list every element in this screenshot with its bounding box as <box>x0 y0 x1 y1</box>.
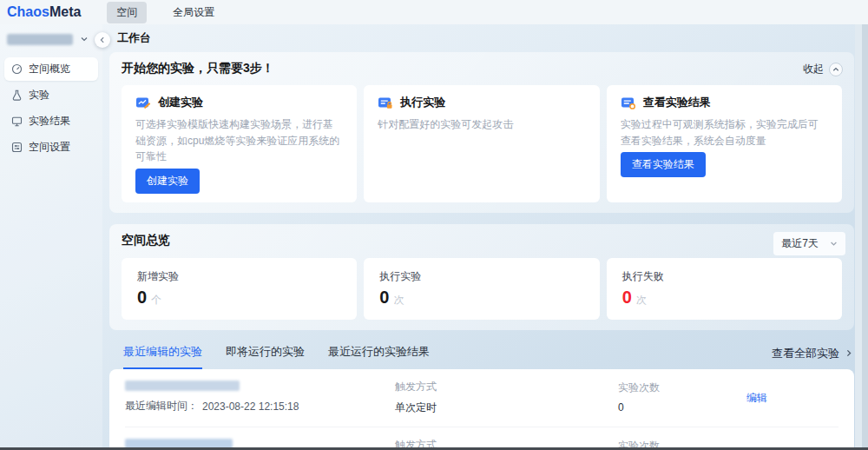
trigger-value: 单次定时 <box>395 400 618 415</box>
sidebar-item-space-settings[interactable]: 空间设置 <box>4 136 98 159</box>
stat-card-executed-experiments: 执行实验 0 次 <box>364 258 599 320</box>
chevron-left-icon <box>99 36 106 43</box>
date-range-select[interactable]: 最近7天 <box>773 232 845 255</box>
experiment-table: 最近编辑时间： 2023-08-22 12:15:18 触发方式 单次定时 实验… <box>109 369 854 450</box>
tab-recently-edited[interactable]: 最近编辑的实验 <box>123 344 202 369</box>
workspace-name-redacted <box>7 34 73 45</box>
overview-title: 空间总览 <box>122 233 842 248</box>
collapse-label: 收起 <box>803 62 824 76</box>
guide-collapse-toggle[interactable]: 收起 <box>803 62 843 76</box>
stat-card-failed-executions: 执行失败 0 次 <box>607 258 842 320</box>
view-all-experiments-link[interactable]: 查看全部实验 <box>772 346 852 369</box>
sidebar-menu: 空间概览 实验 实验结果 空间设置 <box>0 57 102 159</box>
view-all-label: 查看全部实验 <box>772 346 839 361</box>
guide-steps: 创建实验 可选择实验模版快速构建实验场景，进行基础资源，如cpu燃烧等实验来验证… <box>122 85 842 202</box>
overview-stats: 新增实验 0 个 执行实验 0 次 执行失败 0 <box>122 258 842 320</box>
step-card-create-experiment: 创建实验 可选择实验模版快速构建实验场景，进行基础资源，如cpu燃烧等实验来验证… <box>122 85 357 202</box>
tab-upcoming-runs[interactable]: 即将运行的实验 <box>226 344 305 369</box>
stat-label: 执行失败 <box>622 269 826 284</box>
stat-value: 0 <box>137 288 147 308</box>
tab-recent-results[interactable]: 最近运行的实验结果 <box>328 344 430 369</box>
logo-part2: Meta <box>49 4 81 19</box>
sidebar-item-label: 空间设置 <box>29 140 70 155</box>
top-tab-space[interactable]: 空间 <box>107 2 147 23</box>
trigger-cell: 触发方式 单次定时 <box>395 380 618 415</box>
step-title: 查看实验结果 <box>643 95 711 110</box>
scrollbar-thumb[interactable] <box>862 0 868 450</box>
flask-icon <box>11 89 23 101</box>
view-results-icon <box>621 96 636 110</box>
step-description: 针对配置好的实验可发起攻击 <box>378 116 585 149</box>
experiment-cell: 最近编辑时间： 2023-08-22 12:15:18 <box>125 381 395 414</box>
stat-label: 执行实验 <box>379 269 583 284</box>
chaosmeta-logo: ChaosMeta <box>7 4 81 20</box>
step-title: 创建实验 <box>158 95 203 110</box>
chevron-right-icon <box>845 349 852 357</box>
step-title: 执行实验 <box>400 95 445 110</box>
view-results-button[interactable]: 查看实验结果 <box>621 152 706 177</box>
sidebar-collapse-button[interactable] <box>95 32 110 48</box>
date-range-value: 最近7天 <box>781 236 819 251</box>
top-bar: ChaosMeta 空间 全局设置 <box>0 0 868 24</box>
top-nav-tabs: 空间 全局设置 <box>107 2 218 23</box>
sidebar-item-label: 实验结果 <box>29 114 70 129</box>
step-card-run-experiment: 执行实验 针对配置好的实验可发起攻击 <box>364 85 599 202</box>
sidebar-item-label: 空间概览 <box>29 62 70 76</box>
stat-unit: 次 <box>636 293 647 308</box>
guide-title: 开始您的实验，只需要3步！ <box>122 61 842 76</box>
guide-panel: 开始您的实验，只需要3步！ 收起 创建实验 可选择实验模版快速构建实验场景，进行… <box>109 52 854 213</box>
chevron-down-icon <box>830 240 838 248</box>
workspace-selector[interactable] <box>0 24 102 54</box>
run-experiment-icon <box>378 96 393 110</box>
page-title: 工作台 <box>102 24 868 52</box>
monitor-icon <box>11 116 23 127</box>
logo-part1: Chaos <box>7 4 49 19</box>
sidebar-item-experiment-results[interactable]: 实验结果 <box>4 109 98 133</box>
experiment-list-tabs: 最近编辑的实验 即将运行的实验 最近运行的实验结果 查看全部实验 <box>109 341 854 369</box>
trigger-label: 触发方式 <box>395 380 618 394</box>
chevron-up-icon[interactable] <box>829 63 843 76</box>
edit-experiment-link[interactable]: 编辑 <box>746 392 767 404</box>
experiment-name-redacted <box>125 381 240 391</box>
edit-time-label: 最近编辑时间： <box>125 399 198 414</box>
step-description: 可选择实验模版快速构建实验场景，进行基础资源，如cpu燃烧等实验来验证应用系统的… <box>135 116 343 165</box>
sidebar-item-label: 实验 <box>29 88 49 103</box>
create-experiment-button[interactable]: 创建实验 <box>135 169 200 194</box>
sidebar-item-space-overview[interactable]: 空间概览 <box>4 57 98 81</box>
settings-icon <box>11 142 23 153</box>
stat-value: 0 <box>622 288 632 308</box>
chevron-down-icon[interactable] <box>80 35 89 43</box>
stat-label: 新增实验 <box>137 269 341 284</box>
create-experiment-icon <box>135 96 151 110</box>
edit-time-value: 2023-08-22 12:15:18 <box>202 400 299 413</box>
step-description: 实验过程中可观测系统指标，实验完成后可查看实验结果，系统会自动度量 <box>621 116 828 149</box>
scrollbar[interactable] <box>855 0 868 450</box>
overview-panel: 空间总览 最近7天 新增实验 0 个 执行实验 0 次 <box>109 224 854 330</box>
stat-unit: 次 <box>393 293 404 308</box>
stat-unit: 个 <box>151 293 161 308</box>
stat-value: 0 <box>379 288 389 308</box>
main-area: 工作台 开始您的实验，只需要3步！ 收起 创建实验 <box>102 24 868 447</box>
content: 开始您的实验，只需要3步！ 收起 创建实验 可选择实验模版快速构建实验场景，进行… <box>109 52 854 447</box>
top-tab-global-settings[interactable]: 全局设置 <box>169 2 218 23</box>
count-value: 0 <box>618 401 746 414</box>
gauge-icon <box>11 63 23 75</box>
count-cell: 实验次数 0 <box>618 381 746 414</box>
table-row[interactable]: 最近编辑时间： 2023-08-22 12:15:18 触发方式 单次定时 实验… <box>125 369 838 427</box>
stat-card-new-experiments: 新增实验 0 个 <box>122 258 357 320</box>
step-card-view-results: 查看实验结果 实验过程中可观测系统指标，实验完成后可查看实验结果，系统会自动度量… <box>607 85 842 202</box>
sidebar: 空间概览 实验 实验结果 空间设置 <box>0 24 102 447</box>
sidebar-item-experiments[interactable]: 实验 <box>4 83 98 107</box>
count-label: 实验次数 <box>618 381 746 395</box>
